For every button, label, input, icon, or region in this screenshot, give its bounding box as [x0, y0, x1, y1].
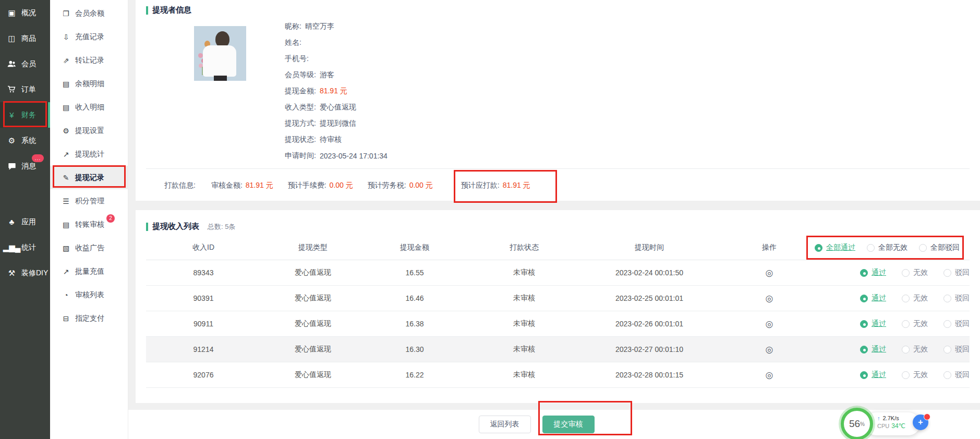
menu-item-member-balance[interactable]: ❐会员余额	[50, 2, 128, 25]
payment-item-label: 预计应打款:	[461, 181, 500, 190]
row-radio-group: 通过无效驳回	[824, 370, 970, 380]
row-radio-option[interactable]: 通过	[860, 294, 886, 303]
row-radio-option[interactable]: 驳回	[943, 294, 970, 303]
column-header: 提现时间	[584, 243, 715, 252]
info-field: 昵称:晴空万李	[285, 18, 388, 34]
row-radio-option[interactable]: 无效	[902, 294, 928, 303]
row-radio-option[interactable]: 通过	[860, 319, 886, 328]
payment-info-label: 打款信息:	[164, 181, 196, 190]
memory-percent-circle[interactable]: 56 %	[841, 408, 873, 439]
image-icon: ▧	[62, 245, 70, 252]
menu-item-income-detail[interactable]: ▤收入明细	[50, 95, 128, 119]
row-radio-group: 通过无效驳回	[824, 319, 970, 328]
cell-pay-status: 未审核	[464, 345, 584, 354]
menu-item-transfer-audit[interactable]: ▤转账审核2	[50, 213, 128, 236]
radio-icon	[867, 244, 875, 252]
cell-withdraw-type: 爱心值返现	[261, 345, 365, 354]
menu-item-withdraw-settings[interactable]: ⚙提现设置	[50, 119, 128, 142]
sidebar-item-label: 订单	[21, 85, 36, 94]
row-radio-option[interactable]: 驳回	[943, 370, 970, 380]
cell-pay-status: 未审核	[464, 319, 584, 328]
radio-label: 驳回	[955, 345, 970, 354]
bulk-radio-option[interactable]: 全部无效	[867, 243, 908, 252]
menu-item-audit-list[interactable]: ◔审核列表	[50, 283, 128, 307]
sidebar-item-label: 应用	[21, 217, 36, 227]
box-icon: ◫	[7, 34, 17, 42]
sidebar-item-orders[interactable]: 订单	[0, 77, 50, 102]
radio-icon	[860, 269, 868, 277]
row-radio-option[interactable]: 无效	[902, 319, 928, 328]
submit-audit-button[interactable]: 提交审核	[542, 416, 595, 433]
row-radio-option[interactable]: 通过	[860, 268, 886, 277]
view-detail-eye-icon[interactable]: ◎	[766, 345, 773, 355]
radio-icon	[902, 295, 910, 302]
withdrawer-info-card: 提现者信息 昵称:晴空万李姓名:手机号:会员等级:游客提现金额:81.91 元收…	[136, 0, 980, 201]
payment-item: 预计劳务税:0.00 元	[368, 181, 433, 190]
field-label: 提现状态:	[285, 135, 316, 144]
sidebar-item-label: 统计	[21, 243, 36, 252]
payment-item-value: 0.00 元	[409, 181, 433, 190]
menu-item-withdraw-stats[interactable]: ↗提现统计	[50, 142, 128, 166]
cell-withdraw-time: 2023-02-27 00:01:10	[584, 345, 715, 353]
menu-item-label: 提现统计	[75, 150, 104, 159]
footer-buttons: 返回列表 提交审核	[479, 416, 595, 433]
row-radio-group: 通过无效驳回	[824, 345, 970, 354]
column-header: 操作	[715, 243, 824, 252]
radio-icon	[943, 295, 951, 302]
row-radio-option[interactable]: 无效	[902, 370, 928, 380]
view-detail-eye-icon[interactable]: ◎	[766, 319, 773, 329]
sidebar-item-finance[interactable]: ¥财务	[0, 102, 50, 128]
radio-label: 通过	[872, 319, 886, 328]
menu-item-balance-detail[interactable]: ▤余额明细	[50, 72, 128, 95]
sidebar-item-goods[interactable]: ◫商品	[0, 26, 50, 51]
menu-item-withdraw-records[interactable]: ✎提现记录	[50, 166, 128, 189]
radio-icon	[860, 371, 868, 379]
sidebar-item-overview[interactable]: ▣概况	[0, 0, 50, 26]
menu-item-recharge-records[interactable]: ⇩充值记录	[50, 25, 128, 48]
row-radio-option[interactable]: 驳回	[943, 345, 970, 354]
menu-item-points-management[interactable]: ☰积分管理	[50, 189, 128, 213]
cell-withdraw-time: 2023-02-25 00:01:01	[584, 294, 715, 302]
sidebar-item-apps[interactable]: ♣应用	[0, 209, 50, 235]
sidebar-item-members[interactable]: 会员	[0, 51, 50, 77]
payment-item-label: 预计手续费:	[288, 181, 326, 190]
sidebar-item-messages[interactable]: 消息...	[0, 153, 50, 179]
view-detail-eye-icon[interactable]: ◎	[766, 294, 773, 303]
cell-row-radios: 通过无效驳回	[824, 345, 970, 354]
cell-amount: 16.46	[365, 294, 464, 302]
row-radio-option[interactable]: 通过	[860, 370, 886, 380]
view-detail-eye-icon[interactable]: ◎	[766, 370, 773, 380]
hammer-icon: ⚒	[7, 269, 17, 277]
payment-item-value: 81.91 元	[503, 181, 530, 190]
bulk-radio-option[interactable]: 全部驳回	[919, 243, 960, 252]
cell-row-radios: 通过无效驳回	[824, 370, 970, 380]
menu-item-label: 审核列表	[75, 290, 104, 300]
pencil-icon: ✎	[62, 174, 70, 181]
row-radio-option[interactable]: 驳回	[943, 319, 970, 328]
document-icon: ▤	[62, 104, 70, 111]
cell-withdraw-type: 爱心值返现	[261, 268, 365, 277]
cell-withdraw-time: 2023-02-26 00:01:01	[584, 320, 715, 328]
menu-item-transfer-records[interactable]: ⇗转让记录	[50, 48, 128, 72]
cell-income-id: 90911	[146, 320, 261, 328]
sidebar-item-stats[interactable]: ▂▆▄统计	[0, 235, 50, 260]
menu-item-label: 余额明细	[75, 79, 104, 89]
row-radio-option[interactable]: 无效	[902, 345, 928, 354]
menu-item-ad-revenue[interactable]: ▧收益广告	[50, 236, 128, 260]
external-link-icon: ⇗	[62, 57, 70, 64]
view-detail-eye-icon[interactable]: ◎	[766, 268, 773, 278]
field-label: 提现金额:	[285, 87, 316, 96]
field-value: 待审核	[320, 135, 342, 144]
menu-item-designated-pay[interactable]: ⊟指定支付	[50, 307, 128, 330]
system-monitor-widget: ↑ 2.7K/s CPU 34℃ 56 % +	[841, 408, 935, 439]
row-radio-option[interactable]: 无效	[902, 268, 928, 277]
row-radio-option[interactable]: 通过	[860, 345, 886, 354]
menu-item-batch-recharge[interactable]: ↗批量充值	[50, 260, 128, 283]
radio-label: 全部无效	[878, 243, 908, 252]
bulk-radio-option[interactable]: 全部通过	[815, 243, 855, 252]
minus-square-icon: ⊟	[62, 315, 70, 322]
sidebar-item-system[interactable]: ⚙系统	[0, 128, 50, 153]
sidebar-item-diy[interactable]: ⚒装修DIY	[0, 260, 50, 286]
back-to-list-button[interactable]: 返回列表	[479, 416, 531, 433]
row-radio-option[interactable]: 驳回	[943, 268, 970, 277]
